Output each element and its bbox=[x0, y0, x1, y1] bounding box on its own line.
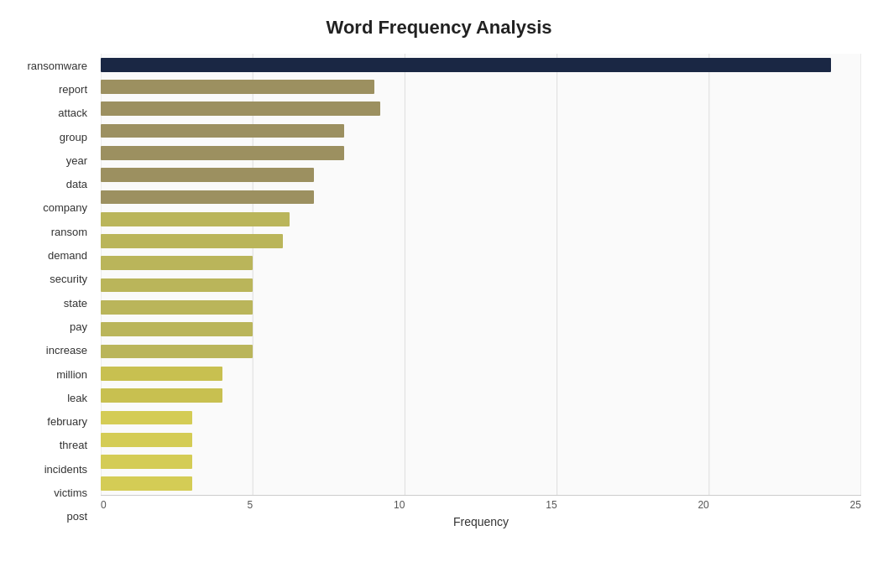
bar-leak bbox=[101, 367, 222, 381]
chart-container: Word Frequency Analysis ransomwarereport… bbox=[0, 0, 878, 588]
bar-million bbox=[101, 345, 253, 359]
bar-row-million bbox=[101, 341, 861, 362]
bar-attack bbox=[101, 101, 380, 116]
y-labels: ransomwarereportattackgroupyeardatacompa… bbox=[17, 54, 101, 528]
bar-threat bbox=[101, 411, 192, 425]
bar-incidents bbox=[101, 433, 192, 447]
bar-february bbox=[101, 388, 222, 403]
y-label-million: million bbox=[17, 362, 94, 386]
bar-row-leak bbox=[101, 362, 861, 384]
y-label-company: company bbox=[17, 196, 94, 220]
bar-row-company bbox=[101, 186, 861, 208]
y-label-pay: pay bbox=[17, 315, 94, 338]
y-label-leak: leak bbox=[17, 386, 94, 409]
bar-report bbox=[101, 80, 374, 94]
bar-group bbox=[101, 124, 344, 138]
bar-post bbox=[101, 476, 192, 491]
y-label-february: february bbox=[17, 409, 94, 433]
bar-row-ransomware bbox=[101, 54, 861, 75]
y-label-security: security bbox=[17, 268, 94, 291]
y-label-data: data bbox=[17, 172, 94, 195]
bar-row-data bbox=[101, 164, 861, 185]
y-label-state: state bbox=[17, 291, 94, 315]
bar-company bbox=[101, 190, 314, 205]
y-label-threat: threat bbox=[17, 434, 94, 457]
y-label-increase: increase bbox=[17, 339, 94, 362]
bar-row-increase bbox=[101, 319, 861, 341]
chart-title: Word Frequency Analysis bbox=[17, 17, 861, 39]
bar-row-attack bbox=[101, 98, 861, 120]
y-label-year: year bbox=[17, 148, 94, 172]
y-label-ransom: ransom bbox=[17, 220, 94, 243]
bar-row-group bbox=[101, 120, 861, 142]
x-tick-10: 10 bbox=[394, 499, 405, 511]
x-tick-5: 5 bbox=[248, 499, 253, 511]
y-label-post: post bbox=[17, 505, 94, 528]
bar-row-security bbox=[101, 252, 861, 274]
y-label-report: report bbox=[17, 77, 94, 101]
bar-row-state bbox=[101, 274, 861, 296]
bar-pay bbox=[101, 300, 253, 315]
y-label-incidents: incidents bbox=[17, 457, 94, 481]
x-tick-0: 0 bbox=[101, 499, 107, 511]
bar-security bbox=[101, 256, 253, 270]
bar-demand bbox=[101, 234, 283, 248]
y-label-attack: attack bbox=[17, 101, 94, 125]
y-label-demand: demand bbox=[17, 243, 94, 267]
bar-victims bbox=[101, 455, 192, 469]
bars-area bbox=[101, 54, 861, 495]
bar-row-year bbox=[101, 142, 861, 164]
bar-ransomware bbox=[101, 58, 831, 72]
bar-row-report bbox=[101, 75, 861, 97]
x-tick-25: 25 bbox=[850, 499, 861, 511]
bar-row-incidents bbox=[101, 429, 861, 450]
bar-year bbox=[101, 146, 344, 160]
y-label-ransomware: ransomware bbox=[17, 54, 94, 77]
bar-row-pay bbox=[101, 296, 861, 318]
bar-row-threat bbox=[101, 407, 861, 429]
bar-state bbox=[101, 278, 253, 293]
y-label-group: group bbox=[17, 125, 94, 148]
bar-row-ransom bbox=[101, 208, 861, 230]
bar-ransom bbox=[101, 212, 290, 226]
y-label-victims: victims bbox=[17, 481, 94, 504]
bar-row-victims bbox=[101, 450, 861, 472]
bar-row-demand bbox=[101, 230, 861, 252]
bar-row-february bbox=[101, 384, 861, 406]
x-axis: 0510152025 Frequency bbox=[101, 495, 861, 528]
bar-row-post bbox=[101, 473, 861, 495]
bar-increase bbox=[101, 322, 253, 336]
bar-data bbox=[101, 168, 314, 182]
x-axis-label: Frequency bbox=[101, 515, 861, 528]
x-tick-15: 15 bbox=[546, 499, 557, 511]
x-tick-20: 20 bbox=[698, 499, 708, 511]
